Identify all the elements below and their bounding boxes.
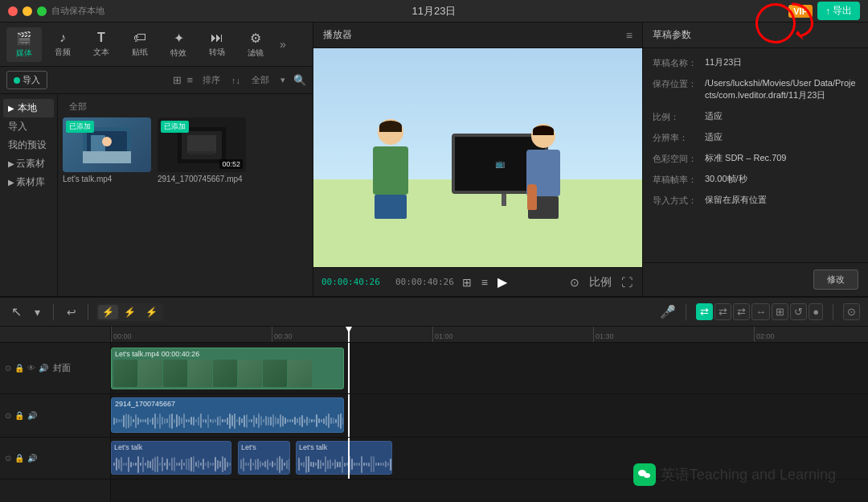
undo-button[interactable]: ↩ (63, 304, 80, 320)
sort-button[interactable]: 排序 (199, 72, 223, 88)
window-title: 11月23日 (412, 4, 457, 19)
nav-import[interactable]: 导入 (3, 117, 54, 136)
search-button[interactable]: 🔍 (293, 74, 306, 86)
audio-clip-2[interactable]: Let's (238, 441, 290, 475)
time-ruler: 00:00 00:30 01:00 01:30 02:00 (111, 327, 868, 343)
tab-sticker[interactable]: 🏷 贴纸 (122, 27, 158, 61)
track-eye-icon[interactable]: ⊙ (5, 364, 11, 372)
fullscreen-button[interactable]: ⛶ (620, 274, 634, 290)
microphone-button[interactable]: 🎤 (660, 304, 676, 319)
video-track-2-row[interactable]: 2914_1700745667 (111, 394, 868, 438)
grid-view-button[interactable]: ⊞ (171, 72, 183, 88)
video-clip2-label: 2914_1700745667 (112, 398, 343, 409)
wechat-icon (633, 463, 656, 486)
audio-clip-3[interactable]: Let's talk (296, 441, 392, 475)
filter-tab-label: 滤镜 (248, 47, 264, 59)
modify-button[interactable]: 修改 (813, 270, 858, 290)
play-button[interactable]: ▶ (496, 273, 509, 291)
target-icon[interactable]: ⊙ (568, 274, 581, 290)
player-panel: 播放器 ≡ 📺 (313, 23, 643, 296)
tab-effects[interactable]: ✦ 特效 (161, 27, 196, 62)
nav-cloud[interactable]: ▶ 云素材 (3, 154, 54, 173)
nav-preset[interactable]: 我的预设 (3, 136, 54, 154)
player-controls: 00:00:40:26 00:00:40:26 ⊞ ≡ ▶ ⊙ 比例 ⛶ (313, 267, 642, 296)
media-item-2[interactable]: 已添加 00:52 2914_1700745667.mp4 (158, 117, 246, 183)
ruler-corner (0, 327, 110, 343)
current-time: 00:00:40:26 (321, 277, 380, 287)
cut-tool-1[interactable]: ⚡ (98, 305, 118, 319)
audio-waveform-3 (297, 453, 391, 475)
effects-tab-icon: ✦ (174, 31, 184, 46)
tl-btn-1[interactable]: ⇄ (696, 303, 713, 320)
export-button[interactable]: ↑ 导出 (817, 2, 860, 20)
video-clip-1[interactable]: Let's talk.mp4 00:00:40:26 (111, 348, 344, 389)
video-clip-label: Let's talk.mp4 00:00:40:26 (112, 348, 343, 360)
track-audio-icon[interactable]: 🔊 (39, 364, 48, 372)
track3-lock-icon[interactable]: 🔒 (14, 454, 24, 463)
filter-options[interactable]: ▾ (277, 73, 289, 87)
track2-eye-icon[interactable]: ⊙ (5, 411, 11, 420)
list-view-ctrl[interactable]: ≡ (480, 274, 489, 290)
playhead-track3 (348, 438, 350, 479)
cover-track-label: 封面 (53, 362, 71, 374)
playhead-top (346, 327, 352, 333)
tl-btn-3[interactable]: ⇄ (733, 303, 750, 320)
tl-settings-btn[interactable]: ⊙ (843, 303, 860, 320)
all-filter-button[interactable]: 全部 (248, 72, 272, 88)
tl-btn-2[interactable]: ⇄ (714, 303, 731, 320)
tab-text[interactable]: T 文本 (84, 27, 119, 61)
video-track-row[interactable]: Let's talk.mp4 00:00:40:26 (111, 343, 868, 394)
tab-filter[interactable]: ⚙ 滤镜 (238, 27, 273, 62)
audio-clip3-label: Let's talk (297, 442, 391, 453)
tl-btn-5[interactable]: ⊞ (772, 303, 788, 320)
audio-clip-1[interactable]: Let's talk (111, 441, 231, 475)
list-view-button[interactable]: ≡ (185, 72, 194, 88)
arrange-button[interactable]: ↑↓ (228, 74, 244, 87)
minimize-button[interactable] (23, 6, 32, 16)
close-button[interactable] (8, 6, 18, 16)
transition-tab-icon: ⏭ (211, 31, 223, 45)
player-menu-button[interactable]: ≡ (626, 29, 633, 42)
text-tab-icon: T (97, 31, 105, 45)
select-tool-button[interactable]: ↖ (8, 302, 25, 321)
ruler-mark-60: 01:00 (432, 327, 453, 342)
ruler-mark-120: 02:00 (754, 327, 775, 342)
tl-dropdown[interactable]: ▾ (31, 304, 43, 320)
nav-local[interactable]: ▶ 本地 (3, 99, 54, 117)
prop-name: 草稿名称： 11月23日 (653, 56, 858, 69)
track2-audio-icon[interactable]: 🔊 (27, 411, 37, 420)
tab-media[interactable]: 🎬 媒体 (6, 27, 42, 62)
track2-lock-icon[interactable]: 🔒 (14, 411, 24, 420)
vip-badge[interactable]: VIP (788, 5, 813, 18)
cut-tool-3[interactable]: ⚡ (141, 305, 162, 319)
tab-transition[interactable]: ⏭ 转场 (199, 27, 235, 61)
tl-btn-6[interactable]: ↺ (790, 303, 807, 320)
sticker-tab-icon: 🏷 (133, 31, 146, 45)
track-visible-icon[interactable]: 👁 (27, 364, 35, 372)
media-name-1: Let's talk.mp4 (63, 175, 151, 183)
titlebar-right: VIP ↑ 导出 (788, 2, 860, 20)
media-toolbar: 导入 ⊞ ≡ 排序 ↑↓ 全部 ▾ 🔍 (0, 67, 313, 94)
grid-view-ctrl[interactable]: ⊞ (461, 274, 473, 290)
nav-library[interactable]: ▶ 素材库 (3, 173, 54, 191)
media-panel: 导入 ⊞ ≡ 排序 ↑↓ 全部 ▾ 🔍 ▶ 本地 (0, 67, 313, 296)
props-body: 草稿名称： 11月23日 保存位置： /Users/luckshi/Movies… (643, 48, 868, 262)
playhead[interactable] (348, 327, 350, 342)
window-controls: 自动保存本地 (8, 5, 104, 17)
svg-point-4 (102, 137, 112, 146)
track-lock-icon[interactable]: 🔒 (14, 364, 24, 372)
import-button[interactable]: 导入 (6, 71, 47, 89)
video-clip-2[interactable]: 2914_1700745667 (111, 397, 344, 433)
ratio-button[interactable]: 比例 (588, 274, 613, 291)
track3-eye-icon[interactable]: ⊙ (5, 454, 11, 463)
cut-tool-2[interactable]: ⚡ (120, 305, 140, 319)
left-panel: 🎬 媒体 ♪ 音频 T 文本 🏷 贴纸 ✦ 特效 ⏭ 转场 (0, 23, 313, 296)
maximize-button[interactable] (37, 6, 47, 16)
tl-btn-4[interactable]: ↔ (751, 303, 770, 320)
tabs-more-button[interactable]: » (280, 38, 286, 51)
tl-btn-7[interactable]: ● (809, 303, 823, 320)
media-item[interactable]: 已添加 Let's talk.mp4 (63, 117, 151, 183)
audio-tab-icon: ♪ (59, 31, 66, 45)
tab-audio[interactable]: ♪ 音频 (45, 27, 80, 61)
track3-audio-icon[interactable]: 🔊 (27, 454, 37, 463)
